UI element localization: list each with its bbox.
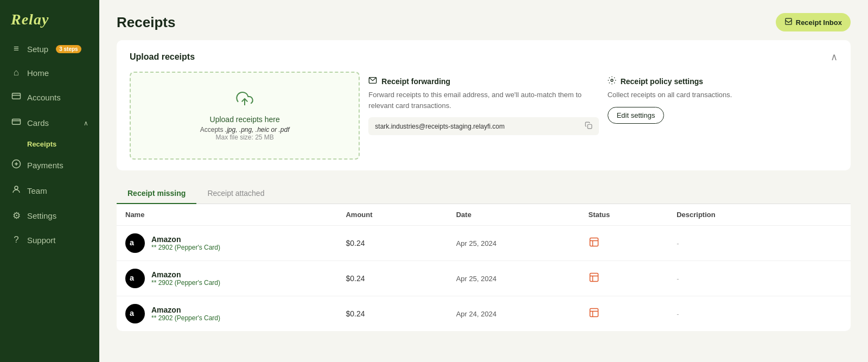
col-header-name: Name [125,211,346,219]
forwarding-desc: Forward receipts to this email address, … [368,90,598,111]
sidebar-item-support[interactable]: ? Support [0,228,99,252]
merchant-name: Amazon [151,270,220,279]
receipt-inbox-label: Receipt Inbox [796,18,842,27]
sidebar-item-label: Setup [27,45,48,54]
sidebar-item-label: Accounts [27,93,61,102]
sidebar-item-setup[interactable]: ≡ Setup 3 steps [0,37,99,61]
upload-section: Upload receipts ∧ Upload receipts here A… [117,40,851,170]
merchant-cell: a Amazon ** 2902 (Pepper's Card) [125,304,346,323]
upload-dropzone[interactable]: Upload receipts here Accepts .jpg, .png,… [130,72,360,160]
sidebar-item-cards[interactable]: Cards ∧ [0,110,99,136]
desc-cell: - [676,310,842,318]
amount-cell: $0.24 [346,274,456,283]
merchant-logo: a [125,269,145,288]
svg-rect-2 [12,119,21,125]
merchant-card: ** 2902 (Pepper's Card) [151,314,220,322]
merchant-card: ** 2902 (Pepper's Card) [151,244,220,251]
tab-receipt-attached[interactable]: Receipt attached [196,183,275,204]
sidebar-item-label: Cards [27,118,49,128]
svg-point-7 [15,186,18,189]
col-header-date: Date [456,211,589,219]
sidebar-item-home[interactable]: ⌂ Home [0,61,99,85]
svg-rect-11 [588,124,592,129]
merchant-logo: a [125,233,145,253]
status-icon [589,237,677,250]
upload-cloud-icon [236,90,253,111]
sidebar-item-label: Payments [27,161,63,170]
app-logo: Relay [0,0,99,37]
svg-point-12 [611,79,613,81]
upload-size-text: Max file size: 25 MB [215,134,273,141]
svg-text:a: a [130,274,135,282]
home-icon: ⌂ [11,67,22,78]
upload-grid: Upload receipts here Accepts .jpg, .png,… [130,72,838,160]
sidebar-item-settings[interactable]: ⚙ Settings [0,204,99,228]
table-row[interactable]: a Amazon ** 2902 (Pepper's Card) $0.24 A… [117,226,851,261]
setup-badge: 3 steps [56,45,81,53]
cards-icon [11,117,22,129]
col-header-status: Status [589,211,677,219]
accounts-icon [11,91,22,104]
copy-icon[interactable] [585,122,592,131]
sidebar-item-payments[interactable]: Payments [0,153,99,178]
upload-section-title: Upload receipts [130,52,195,62]
page-header: Receipts Receipt Inbox [99,0,868,40]
upload-section-header: Upload receipts ∧ [130,51,838,63]
col-header-description: Description [676,211,842,219]
sidebar-item-label: Home [27,68,49,78]
table-row[interactable]: a Amazon ** 2902 (Pepper's Card) $0.24 A… [117,261,851,296]
receipt-inbox-icon [784,17,793,27]
desc-cell: - [676,275,842,283]
collapse-icon[interactable]: ∧ [831,51,838,63]
sidebar-item-accounts[interactable]: Accounts [0,85,99,110]
email-display: stark.industries@receipts-staging.relayf… [368,117,598,135]
merchant-logo: a [125,304,145,323]
date-cell: Apr 25, 2024 [456,239,589,247]
payments-icon [11,159,22,172]
forwarding-title: Receipt forwarding [368,76,598,86]
merchant-name: Amazon [151,235,220,244]
sidebar-item-team[interactable]: Team [0,178,99,204]
status-icon [589,272,677,285]
chevron-up-icon: ∧ [84,119,88,127]
support-icon: ? [11,234,22,245]
receipt-inbox-button[interactable]: Receipt Inbox [776,13,851,31]
merchant-card: ** 2902 (Pepper's Card) [151,279,220,287]
edit-settings-button[interactable]: Edit settings [608,107,665,124]
date-cell: Apr 25, 2024 [456,275,589,283]
page-title: Receipts [117,14,175,31]
email-icon [368,76,377,86]
sidebar: Relay ≡ Setup 3 steps ⌂ Home Accounts Ca… [0,0,99,362]
policy-box: Receipt policy settings Collect receipts… [608,72,838,160]
svg-rect-0 [12,93,21,99]
table-row[interactable]: a Amazon ** 2902 (Pepper's Card) $0.24 A… [117,296,851,331]
team-icon [11,185,22,197]
settings-icon: ⚙ [11,210,22,221]
tab-receipt-missing[interactable]: Receipt missing [117,183,196,204]
svg-rect-18 [590,273,598,281]
setup-icon: ≡ [11,43,22,54]
svg-text:a: a [130,309,135,317]
sidebar-item-receipts[interactable]: Receipts [0,136,99,153]
status-icon [589,307,677,321]
transactions-table: Name Amount Date Status Description a Am… [117,204,851,331]
email-address: stark.industries@receipts-staging.relayf… [375,123,505,130]
main-content: Receipts Receipt Inbox Upload receipts ∧… [99,0,868,362]
sidebar-nav: ≡ Setup 3 steps ⌂ Home Accounts Cards ∧ … [0,37,99,362]
merchant-cell: a Amazon ** 2902 (Pepper's Card) [125,233,346,253]
sidebar-item-label: Team [27,186,47,195]
merchant-name: Amazon [151,306,220,314]
desc-cell: - [676,239,842,247]
upload-main-text: Upload receipts here [210,115,280,124]
table-header: Name Amount Date Status Description [117,204,851,226]
sidebar-item-label: Support [27,236,56,245]
amount-cell: $0.24 [346,239,456,247]
upload-formats-text: Accepts .jpg, .png, .heic or .pdf [200,126,290,134]
svg-text:a: a [130,238,135,247]
tabs-row: Receipt missing Receipt attached [117,183,851,204]
svg-rect-22 [590,308,598,316]
merchant-cell: a Amazon ** 2902 (Pepper's Card) [125,269,346,288]
forwarding-box: Receipt forwarding Forward receipts to t… [368,72,598,160]
date-cell: Apr 24, 2024 [456,310,589,318]
policy-desc: Collect receipts on all card transaction… [608,90,838,100]
